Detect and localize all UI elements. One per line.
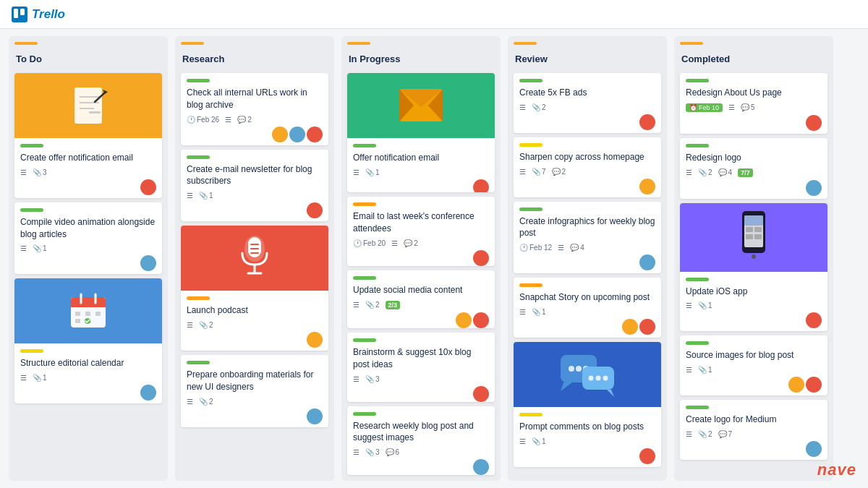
meta-attachments: 📎1: [698, 301, 712, 309]
meta-comments: 💬7: [718, 430, 733, 438]
card-footer: [519, 179, 655, 194]
meta-lines: ☰: [187, 321, 193, 329]
card[interactable]: Update social media content☰📎22/3: [347, 270, 495, 328]
column-title-research: Research: [181, 51, 328, 67]
card-title: Create e-mail newsletter for blog subscr…: [187, 163, 323, 188]
card[interactable]: Update iOS app☰📎1: [680, 203, 827, 332]
card[interactable]: Create logo for Medium☰📎2💬7: [680, 400, 827, 460]
card[interactable]: Research weekly blog post and suggest im…: [347, 406, 495, 475]
meta-lines: ☰: [686, 168, 692, 176]
card-meta: ☰📎3: [353, 375, 489, 383]
card-footer: [20, 385, 156, 401]
card[interactable]: Redesign About Us page⏰Feb 10☰💬5: [680, 73, 827, 134]
card-label: [519, 143, 542, 147]
meta-lines: ☰: [686, 301, 692, 309]
card[interactable]: Create offer notification email☰📎3: [14, 73, 162, 198]
avatar: [473, 459, 489, 475]
meta-lines: ☰: [391, 239, 398, 247]
svg-rect-44: [744, 215, 763, 226]
avatar-group: [140, 179, 156, 195]
card-footer: [519, 114, 655, 130]
meta-lines: ☰: [20, 168, 27, 176]
card[interactable]: Launch podcast☰📎2: [181, 226, 328, 351]
card-body: Offer notification email☰📎1: [347, 138, 495, 193]
card-title: Create 5x FB ads: [519, 87, 655, 99]
card[interactable]: Sharpen copy across homepage☰📎7💬2: [514, 137, 661, 197]
card-body: Create logo for Medium☰📎2💬7: [680, 400, 827, 460]
card[interactable]: Offer notification email☰📎1: [347, 73, 495, 193]
card[interactable]: Structure editorial calendar☰📎1: [14, 278, 162, 403]
avatar-group: [307, 408, 323, 424]
card[interactable]: Brainstorm & suggest 10x blog post ideas…: [347, 333, 495, 401]
card-meta: ☰📎2: [519, 103, 655, 111]
svg-rect-47: [746, 234, 753, 239]
avatar: [140, 255, 156, 271]
card-label: [20, 349, 43, 353]
meta-lines: ☰: [353, 168, 359, 176]
card-footer: [686, 312, 822, 328]
avatar: [307, 332, 323, 348]
card-label: [187, 361, 210, 364]
column-research: ResearchCheck all internal URLs work in …: [175, 36, 334, 481]
avatar: [806, 312, 822, 328]
svg-rect-2: [20, 9, 25, 15]
card[interactable]: Compile video animation alongside blog a…: [14, 202, 162, 275]
meta-lines: ☰: [187, 398, 193, 406]
avatar: [639, 254, 655, 270]
card[interactable]: Snapchat Story on upcoming post☰📎1: [514, 278, 661, 338]
card-meta: ☰📎2💬47/7: [686, 168, 822, 177]
card-label: [519, 413, 542, 416]
card-meta: ☰📎3💬6: [353, 448, 489, 456]
avatar: [639, 319, 655, 335]
card-body: Prompt comments on blog posts☰📎1: [514, 407, 661, 467]
card[interactable]: Create infographics for weekly blog post…: [514, 202, 661, 274]
avatar: [473, 250, 489, 266]
column-todo: To Do Create offer notification email☰📎3…: [9, 36, 168, 481]
card[interactable]: Prepare onboarding materials for new UI …: [181, 355, 328, 427]
avatar: [456, 312, 472, 328]
card[interactable]: Check all internal URLs work in blog arc…: [181, 73, 328, 145]
card-body: Compile video animation alongside blog a…: [14, 202, 162, 275]
card[interactable]: Redesign logo☰📎2💬47/7: [680, 138, 827, 199]
meta-attachments: 📎2: [365, 301, 380, 309]
nave-logo: nave: [817, 461, 856, 479]
meta-attachments: 📎1: [532, 437, 546, 445]
card-body: Redesign About Us page⏰Feb 10☰💬5: [680, 73, 827, 134]
card[interactable]: Create e-mail newsletter for blog subscr…: [181, 150, 328, 222]
card-footer: [353, 459, 489, 475]
meta-attachments: 📎2: [199, 321, 213, 329]
meta-attachments: 📎1: [532, 308, 546, 316]
column-completed: CompletedRedesign About Us page⏰Feb 10☰💬…: [674, 36, 833, 481]
card-footer: [519, 448, 655, 464]
svg-point-35: [576, 366, 582, 372]
card-label: [187, 79, 210, 82]
avatar-group: [307, 332, 323, 348]
card-title: Update social media content: [353, 284, 489, 296]
card-label: [187, 155, 210, 159]
meta-lines: ☰: [353, 375, 359, 383]
card-meta: ☰📎2💬7: [686, 430, 822, 438]
avatar: [140, 385, 156, 401]
meta-lines: ☰: [20, 374, 27, 382]
card-title: Launch podcast: [187, 304, 323, 317]
svg-point-39: [589, 375, 594, 380]
card-label: [353, 276, 376, 280]
avatar-group: [272, 127, 323, 142]
meta-lines: ☰: [686, 430, 692, 438]
card[interactable]: Create 5x FB ads☰📎2: [514, 73, 661, 133]
card-title: Brainstorm & suggest 10x blog post ideas: [353, 346, 489, 371]
card-body: Update iOS app☰📎1: [680, 272, 827, 332]
card-label: [686, 406, 709, 409]
avatar: [806, 441, 822, 457]
avatar: [307, 202, 323, 218]
card-footer: [353, 386, 489, 402]
svg-rect-45: [746, 227, 753, 232]
card[interactable]: Prompt comments on blog posts☰📎1: [514, 342, 661, 467]
card-title: Snapchat Story on upcoming post: [519, 291, 655, 304]
card-meta: ☰📎1: [686, 366, 822, 374]
card[interactable]: Source images for blog post☰📎1: [680, 335, 827, 395]
avatar-group: [140, 255, 156, 271]
avatar-group: [473, 250, 489, 266]
card[interactable]: Email to last week's conference attendee…: [347, 197, 495, 265]
meta-attachments: 📎1: [199, 192, 213, 200]
